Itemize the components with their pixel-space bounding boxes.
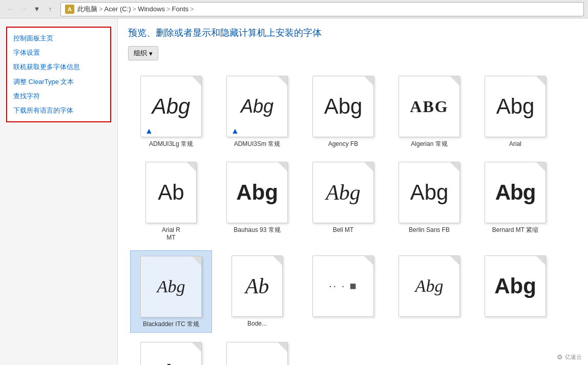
font-preview-bauhaus: Abg: [236, 182, 278, 203]
font-item-row3-1[interactable]: ·· · ■: [302, 250, 384, 333]
watermark-text: 亿速云: [565, 353, 582, 361]
font-card-row3-1: ·· · ■: [312, 255, 374, 317]
dropdown-button[interactable]: ▼: [31, 3, 43, 15]
font-preview-berlin-sans: Abg: [410, 182, 449, 203]
font-name-arial-r: Arial RMT: [162, 226, 180, 242]
font-preview-arial-r: Ab: [158, 182, 184, 203]
breadcrumb-drive-icon: A: [65, 5, 74, 14]
sidebar-link-font-settings[interactable]: 字体设置: [13, 48, 104, 57]
font-item-arial[interactable]: Abg Arial: [474, 71, 556, 153]
organize-label: 组织: [134, 49, 147, 58]
font-card-row3-2: Abg: [398, 255, 460, 317]
font-item-row3-5[interactable]: Abg: [216, 337, 298, 365]
font-card-bode: Ab: [232, 255, 283, 317]
font-item-bode[interactable]: Ab Bode...: [216, 250, 298, 333]
font-card-bell-mt: Abg: [312, 162, 374, 223]
font-name-algerian: Algerian 常规: [411, 140, 447, 148]
page-title: 预览、删除或者显示和隐藏计算机上安装的字体: [128, 27, 578, 39]
font-preview-agency-fb: Abg: [324, 96, 363, 117]
font-item-row3-3[interactable]: Abg: [474, 250, 556, 333]
font-card-admui3sm: Abg ▲: [226, 76, 288, 137]
sidebar: 控制面板主页 字体设置 联机获取更多字体信息 调整 ClearType 文本 查…: [0, 18, 118, 365]
font-card-row3-5: Abg: [226, 342, 288, 365]
watermark-icon: ⚙: [557, 353, 563, 361]
font-name-blackadder: Blackadder ITC 常规: [143, 320, 199, 329]
font-name-bauhaus: Bauhaus 93 常规: [234, 226, 280, 234]
font-item-bauhaus[interactable]: Abg Bauhaus 93 常规: [216, 157, 298, 246]
font-card-bauhaus: Abg: [226, 162, 288, 223]
font-preview-row3-4: Abg: [151, 362, 192, 365]
font-item-admui3sm[interactable]: Abg ▲ ADMUI3Sm 常规: [216, 71, 298, 153]
font-item-berlin-sans[interactable]: Abg Berlin Sans FB: [388, 157, 470, 246]
organize-dropdown-icon: ▾: [149, 50, 153, 57]
sidebar-link-online-fonts[interactable]: 联机获取更多字体信息: [13, 62, 104, 72]
font-card-berlin-sans: Abg: [398, 162, 460, 223]
font-name-admui3sm: ADMUI3Sm 常规: [234, 140, 281, 148]
breadcrumb-sep-3: >: [166, 5, 171, 13]
font-card-blackadder: Abg: [140, 256, 202, 317]
breadcrumb-path: 此电脑 > Acer (C:) > Windows > Fonts >: [77, 5, 196, 14]
font-card-agency-fb: Abg: [312, 76, 374, 137]
breadcrumb-part-drive[interactable]: Acer (C:): [104, 5, 131, 13]
font-name-arial: Arial: [509, 140, 521, 148]
font-preview-row3-2: Abg: [415, 277, 444, 295]
font-arrow-admui3lg: ▲: [145, 126, 153, 136]
font-item-agency-fb[interactable]: Abg Agency FB: [302, 71, 384, 153]
font-item-row3-2[interactable]: Abg: [388, 250, 470, 333]
breadcrumb-part-windows[interactable]: Windows: [138, 5, 165, 13]
watermark: ⚙ 亿速云: [557, 353, 582, 361]
sidebar-link-home[interactable]: 控制面板主页: [13, 34, 104, 43]
nav-buttons: ← → ▼ ↑: [4, 3, 56, 15]
font-name-bode: Bode...: [247, 320, 267, 328]
font-item-bernard-mt[interactable]: Abg Bernard MT 紧缩: [474, 157, 556, 246]
font-card-arial: Abg: [485, 76, 546, 137]
font-item-admui3lg[interactable]: Abg ▲ ADMUI3Lg 常规: [130, 71, 212, 153]
font-preview-admui3lg: Abg: [152, 96, 191, 117]
titlebar: ← → ▼ ↑ A 此电脑 > Acer (C:) > Windows > Fo…: [0, 0, 588, 18]
content-area: 预览、删除或者显示和隐藏计算机上安装的字体 组织 ▾ Abg ▲ ADMUI3L…: [118, 18, 588, 365]
sidebar-link-cleartype[interactable]: 调整 ClearType 文本: [13, 77, 104, 87]
sidebar-link-download-all[interactable]: 下载所有语言的字体: [13, 106, 104, 115]
back-button[interactable]: ←: [4, 3, 16, 15]
font-item-algerian[interactable]: ABG Algerian 常规: [388, 71, 470, 153]
font-name-bernard-mt: Bernard MT 紧缩: [492, 226, 538, 234]
sidebar-link-find-char[interactable]: 查找字符: [13, 92, 104, 101]
font-preview-row3-1: ·· · ■: [329, 281, 358, 292]
toolbar: 组织 ▾: [128, 46, 578, 60]
up-button[interactable]: ↑: [44, 3, 56, 15]
font-name-agency-fb: Agency FB: [328, 140, 359, 148]
breadcrumb-sep-1: >: [99, 5, 103, 13]
font-item-bell-mt[interactable]: Abg Bell MT: [302, 157, 384, 246]
breadcrumb-part-fonts[interactable]: Fonts: [172, 5, 189, 13]
font-item-arial-r[interactable]: Ab Arial RMT: [130, 157, 212, 246]
breadcrumb[interactable]: A 此电脑 > Acer (C:) > Windows > Fonts >: [60, 2, 584, 16]
font-preview-algerian: ABG: [410, 98, 448, 115]
font-arrow-admui3sm: ▲: [231, 126, 239, 136]
sidebar-box: 控制面板主页 字体设置 联机获取更多字体信息 调整 ClearType 文本 查…: [6, 27, 111, 122]
breadcrumb-sep-2: >: [133, 5, 137, 13]
font-card-bernard-mt: Abg: [485, 162, 546, 223]
breadcrumb-part-computer[interactable]: 此电脑: [77, 5, 97, 14]
font-name-admui3lg: ADMUI3Lg 常规: [149, 140, 193, 148]
font-card-row3-3: Abg: [485, 255, 546, 317]
font-card-arial-r: Ab: [145, 162, 197, 223]
font-item-blackadder[interactable]: Abg Blackadder ITC 常规: [130, 250, 212, 333]
font-preview-blackadder: Abg: [157, 278, 185, 295]
forward-button[interactable]: →: [17, 3, 30, 15]
breadcrumb-sep-4: >: [190, 5, 194, 13]
font-preview-bode: Ab: [245, 275, 269, 297]
font-preview-row3-3: Abg: [494, 275, 536, 297]
font-preview-admui3sm: Abg: [241, 97, 274, 116]
font-preview-arial: Abg: [496, 96, 535, 117]
font-card-algerian: ABG: [398, 76, 460, 137]
main-area: 控制面板主页 字体设置 联机获取更多字体信息 调整 ClearType 文本 查…: [0, 18, 588, 365]
font-card-admui3lg: Abg ▲: [140, 76, 202, 137]
font-name-bell-mt: Bell MT: [333, 226, 354, 234]
font-preview-bell-mt: Abg: [326, 182, 361, 203]
font-card-row3-4: Abg: [140, 342, 202, 365]
organize-button[interactable]: 组织 ▾: [128, 46, 158, 60]
font-preview-bernard-mt: Abg: [495, 182, 536, 203]
font-name-berlin-sans: Berlin Sans FB: [409, 226, 450, 234]
font-item-row3-4[interactable]: Abg: [130, 337, 212, 365]
font-grid: Abg ▲ ADMUI3Lg 常规 Abg ▲ ADMUI3Sm 常规 Abg …: [128, 69, 578, 365]
